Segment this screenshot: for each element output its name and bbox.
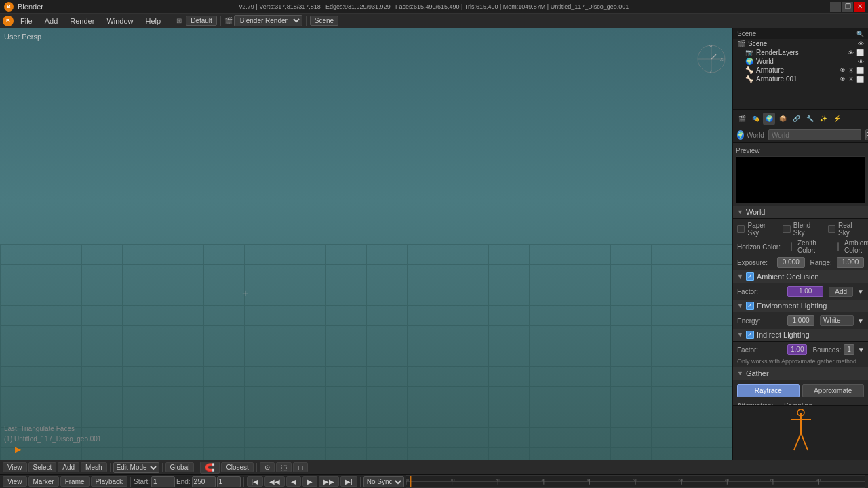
scene-button[interactable]: Scene: [310, 16, 338, 26]
horizon-color-swatch[interactable]: [791, 242, 792, 251]
proportional-btn[interactable]: ⊙: [260, 462, 275, 472]
renderlayers-vis[interactable]: 👁: [848, 49, 854, 56]
gather-section-header[interactable]: ▼ Gather: [733, 367, 868, 380]
menu-render[interactable]: Render: [64, 16, 100, 26]
exposure-value[interactable]: 0.000: [777, 257, 805, 268]
env-label: Environment Lighting: [757, 302, 827, 310]
outliner-search[interactable]: 🔍: [856, 30, 864, 37]
prop-tab-world[interactable]: 🌍: [763, 113, 775, 125]
prop-tab-particles[interactable]: ✨: [817, 113, 829, 125]
world-name-input[interactable]: [768, 129, 861, 140]
view-btn[interactable]: View: [3, 462, 27, 472]
timeline-view-btn[interactable]: View: [3, 476, 27, 487]
timeline-tick-area[interactable]: 0 10 20 30 40 50 60 70 80 90: [406, 475, 865, 488]
timeline-frame-btn[interactable]: Frame: [60, 476, 90, 487]
layout-button[interactable]: Default: [186, 16, 217, 26]
xray-btn[interactable]: ⬚: [276, 462, 292, 472]
right-panel: Scene 🔍 🎬 Scene 👁 📷 RenderLayers 👁 ⬜ 🌍 W…: [732, 28, 868, 460]
renderlayers-extra[interactable]: ⬜: [856, 49, 864, 56]
prop-tab-object[interactable]: 📦: [776, 113, 789, 125]
snap-magnet-btn[interactable]: 🧲: [200, 462, 220, 474]
menu-help[interactable]: Help: [140, 16, 167, 26]
menu-add[interactable]: Add: [39, 16, 64, 26]
real-sky-check[interactable]: [828, 225, 835, 233]
prop-tab-constraints[interactable]: 🔗: [790, 113, 802, 125]
minimize-button[interactable]: —: [830, 2, 841, 12]
bounces-value[interactable]: 1: [844, 344, 854, 355]
world-vis[interactable]: 👁: [858, 58, 864, 65]
current-frame-input[interactable]: [217, 476, 241, 487]
ao-add-dropdown[interactable]: ▼: [857, 288, 864, 296]
prop-tab-render[interactable]: 🎬: [736, 113, 748, 125]
outliner-item-armature[interactable]: 🦴 Armature 👁 ☀ ⬜: [733, 66, 868, 75]
timeline: View Marker Frame Playback Start: End: |…: [0, 474, 868, 488]
env-color-down[interactable]: ▼: [857, 317, 864, 325]
indirect-check[interactable]: ✓: [746, 331, 754, 339]
close-button[interactable]: ✕: [854, 2, 865, 12]
sync-select[interactable]: No Sync: [363, 476, 404, 487]
scene-icon: 🎬: [737, 40, 745, 47]
grid-lines: [0, 244, 732, 460]
viewport[interactable]: User Persp Y X Z + Last: Triangulate Fac…: [0, 28, 732, 460]
armature001-vis[interactable]: 👁: [840, 76, 846, 83]
range-value[interactable]: 1.000: [837, 257, 865, 268]
armature-extra2[interactable]: ⬜: [856, 67, 864, 74]
mesh-btn[interactable]: Mesh: [81, 462, 106, 472]
outliner-item-armature001[interactable]: 🦴 Armature.001 👁 ☀ ⬜: [733, 75, 868, 83]
jump-start-btn[interactable]: |◀: [247, 476, 264, 487]
start-input[interactable]: [151, 476, 175, 487]
global-btn[interactable]: Global: [165, 462, 195, 472]
outliner-item-scene[interactable]: 🎬 Scene 👁: [733, 39, 868, 48]
ao-add-btn[interactable]: Add: [829, 287, 853, 297]
prop-tab-modifier[interactable]: 🔧: [804, 113, 816, 125]
env-energy-value[interactable]: 1.000: [787, 315, 814, 326]
raytrace-btn[interactable]: Raytrace: [737, 384, 800, 397]
svg-text:0: 0: [407, 478, 410, 482]
armature-extra[interactable]: ☀: [848, 67, 854, 74]
prev-frame-btn[interactable]: ◀: [286, 476, 301, 487]
next-frame-btn[interactable]: ▶▶: [319, 476, 339, 487]
zenith-color-swatch[interactable]: [837, 242, 839, 251]
mode-select[interactable]: Edit Mode: [113, 462, 159, 473]
bounces-down[interactable]: ▼: [858, 346, 865, 354]
menu-file[interactable]: File: [15, 16, 38, 26]
ao-factor-row: Factor: 1.00 Add ▼: [733, 285, 868, 298]
select-btn[interactable]: Select: [28, 462, 57, 472]
end-input[interactable]: [192, 476, 216, 487]
restore-button[interactable]: ❐: [842, 2, 853, 12]
prev-key-btn[interactable]: ◀◀: [264, 476, 285, 487]
engine-select[interactable]: Blender Render: [234, 15, 302, 26]
armature001-extra[interactable]: ☀: [848, 76, 854, 83]
indirect-factor-value[interactable]: 1.00: [787, 344, 807, 355]
scene-vis[interactable]: 👁: [858, 41, 864, 47]
armature001-label: Armature.001: [756, 75, 797, 83]
wireframe-btn[interactable]: ◻: [293, 462, 308, 472]
ao-factor-value[interactable]: 1.00: [787, 286, 823, 297]
paper-sky-check[interactable]: [737, 225, 745, 233]
prop-tab-physics[interactable]: ⚡: [831, 113, 843, 125]
world-section-header[interactable]: ▼ World: [733, 206, 868, 219]
env-section-header[interactable]: ▼ ✓ Environment Lighting: [733, 300, 868, 312]
blend-sky-check[interactable]: [783, 225, 790, 233]
snap-closest-btn[interactable]: Closest: [221, 462, 253, 472]
play-btn[interactable]: ▶: [302, 476, 317, 487]
prop-tab-scene[interactable]: 🎭: [749, 113, 762, 125]
armature-vis[interactable]: 👁: [840, 67, 846, 74]
ao-check[interactable]: ✓: [746, 272, 754, 281]
armature001-extra2[interactable]: ⬜: [856, 76, 864, 83]
env-color-dropdown[interactable]: White: [820, 315, 854, 326]
env-check[interactable]: ✓: [746, 302, 754, 310]
ao-section-header[interactable]: ▼ ✓ Ambient Occlusion: [733, 270, 868, 283]
armature001-icon: 🦴: [745, 75, 753, 83]
approximate-btn[interactable]: Approximate: [802, 384, 865, 397]
timeline-marker-btn[interactable]: Marker: [28, 476, 59, 487]
outliner-item-renderlayers[interactable]: 📷 RenderLayers 👁 ⬜: [733, 48, 868, 57]
indirect-section-header[interactable]: ▼ ✓ Indirect Lighting: [733, 329, 868, 342]
timeline-playback-btn[interactable]: Playback: [91, 476, 128, 487]
toolbar-sep-4: [256, 463, 257, 472]
outliner-item-world[interactable]: 🌍 World 👁: [733, 57, 868, 66]
add-btn[interactable]: Add: [58, 462, 79, 472]
world-users-btn[interactable]: F: [865, 129, 868, 140]
menu-window[interactable]: Window: [101, 16, 138, 26]
jump-end-btn[interactable]: ▶|: [340, 476, 357, 487]
